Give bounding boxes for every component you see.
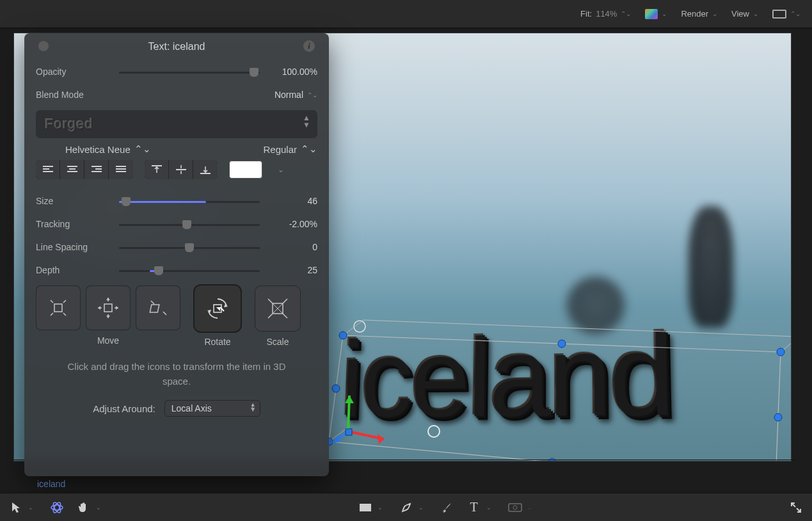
- blend-mode-value[interactable]: Normal: [275, 90, 303, 100]
- chevron-updown-icon: ⌃⌄: [621, 10, 631, 17]
- opacity-slider[interactable]: [119, 65, 260, 78]
- linespacing-slider[interactable]: [119, 241, 260, 253]
- align-center-button[interactable]: [60, 160, 84, 179]
- pan-tool[interactable]: [77, 501, 91, 515]
- 3d-transform-tool[interactable]: [50, 501, 64, 515]
- svg-point-7: [777, 348, 784, 356]
- tool-toolbar: ⌄ ⌄ ⌄ ⌄ T ⌄ ⌄: [0, 493, 812, 521]
- opacity-value[interactable]: 100.00%: [269, 67, 317, 77]
- tracking-value[interactable]: -2.00%: [269, 219, 317, 229]
- font-family-selector[interactable]: Helvetica Neue⌃⌄: [65, 143, 151, 155]
- chevron-down-icon: ⌄: [712, 10, 717, 17]
- valign-bottom-button[interactable]: [193, 160, 218, 179]
- adjust-around-label: Adjust Around:: [93, 403, 155, 414]
- chevron-down-icon[interactable]: ⌄: [486, 504, 491, 511]
- align-left-button[interactable]: [36, 160, 60, 179]
- hud-title-text: Text: iceland: [148, 41, 205, 52]
- svg-point-35: [513, 506, 517, 509]
- fit-value: 114%: [596, 9, 617, 19]
- timeline-clip-label[interactable]: iceland: [37, 479, 65, 489]
- linespacing-value[interactable]: 0: [269, 242, 317, 252]
- tracking-row: Tracking -2.00%: [36, 212, 317, 236]
- svg-marker-0: [329, 335, 781, 461]
- chevron-down-icon[interactable]: ⌄: [278, 165, 284, 174]
- view-menu[interactable]: View ⌄: [731, 9, 758, 19]
- chevron-down-icon[interactable]: ⌄: [418, 504, 424, 511]
- tracking-label: Tracking: [36, 219, 119, 229]
- chevron-updown-icon: ⌃⌄: [301, 143, 317, 155]
- align-justify-button[interactable]: [109, 160, 133, 179]
- move-yz-handle[interactable]: [136, 285, 180, 330]
- stepper-icon[interactable]: ▲▼: [303, 115, 311, 129]
- svg-rect-22: [346, 429, 352, 435]
- select-tool[interactable]: [9, 501, 23, 515]
- color-channels-menu[interactable]: ⌄: [645, 9, 667, 19]
- adjust-around-row: Adjust Around: Local Axis ▲▼: [36, 400, 317, 417]
- svg-point-14: [354, 321, 365, 332]
- text-hud-panel: Text: iceland i Opacity 100.00% Blend Mo…: [24, 33, 329, 476]
- svg-point-6: [558, 340, 566, 348]
- selection-bounding-box[interactable]: [320, 310, 791, 461]
- font-row: Helvetica Neue⌃⌄ Regular⌃⌄: [36, 143, 317, 155]
- chevron-updown-icon: ⌃⌄: [790, 10, 800, 17]
- blend-mode-label: Blend Mode: [36, 90, 119, 100]
- close-icon[interactable]: [38, 41, 49, 51]
- svg-rect-34: [509, 504, 521, 511]
- size-value[interactable]: 46: [269, 196, 317, 206]
- rotate-handle[interactable]: [195, 285, 241, 332]
- text-color-well[interactable]: [229, 161, 262, 179]
- view-layout-menu[interactable]: ⌃⌄: [772, 10, 800, 19]
- tracking-slider[interactable]: [119, 218, 260, 230]
- transform-hint: Click and drag the icons to transform th…: [52, 360, 301, 389]
- font-weight-value: Regular: [263, 144, 297, 155]
- chevron-down-icon[interactable]: ⌄: [527, 504, 532, 511]
- rectangle-tool[interactable]: [358, 501, 372, 515]
- text-preset-selector[interactable]: Forged ▲▼: [36, 110, 317, 138]
- viewport-icon: [772, 10, 786, 19]
- align-right-button[interactable]: [84, 160, 109, 179]
- paint-tool[interactable]: [440, 501, 454, 515]
- pen-tool[interactable]: [399, 501, 413, 515]
- svg-rect-25: [150, 305, 159, 312]
- color-swatch-icon: [645, 9, 658, 19]
- info-icon[interactable]: i: [303, 40, 315, 52]
- fit-zoom-menu[interactable]: Fit: 114% ⌃⌄: [580, 9, 631, 19]
- chevron-down-icon[interactable]: ⌄: [378, 504, 383, 511]
- svg-marker-27: [216, 307, 220, 311]
- depth-slider[interactable]: [119, 264, 260, 277]
- hud-titlebar[interactable]: Text: iceland i: [36, 33, 317, 60]
- mask-tool[interactable]: [508, 501, 522, 515]
- opacity-label: Opacity: [36, 67, 119, 77]
- svg-point-33: [408, 503, 410, 505]
- blend-mode-row: Blend Mode Normal ⌃⌄: [36, 83, 317, 106]
- svg-point-12: [332, 385, 340, 392]
- font-weight-selector[interactable]: Regular⌃⌄: [263, 143, 317, 155]
- linespacing-row: Line Spacing 0: [36, 236, 317, 259]
- valign-top-button[interactable]: [145, 160, 169, 179]
- render-menu[interactable]: Render ⌄: [681, 9, 717, 19]
- chevron-down-icon[interactable]: ⌄: [96, 504, 101, 511]
- svg-rect-32: [360, 504, 371, 511]
- vertical-align-segment: [145, 160, 218, 179]
- move-label: Move: [97, 335, 119, 346]
- fullscreen-toggle[interactable]: [789, 501, 803, 515]
- adjust-around-selector[interactable]: Local Axis ▲▼: [164, 400, 260, 417]
- move-xy-handle[interactable]: [36, 285, 81, 330]
- chevron-updown-icon: ⌃⌄: [307, 92, 317, 99]
- chevron-down-icon: ⌄: [662, 10, 667, 17]
- fit-label: Fit:: [580, 9, 592, 19]
- text-tool[interactable]: T: [467, 501, 481, 515]
- font-family-value: Helvetica Neue: [65, 144, 131, 155]
- chevron-down-icon[interactable]: ⌄: [28, 504, 33, 511]
- valign-middle-button[interactable]: [169, 160, 193, 179]
- linespacing-label: Line Spacing: [36, 242, 119, 252]
- svg-rect-24: [104, 304, 112, 312]
- svg-marker-19: [345, 396, 354, 403]
- depth-value[interactable]: 25: [269, 265, 317, 275]
- scale-handle[interactable]: [255, 285, 301, 332]
- adjust-around-value: Local Axis: [171, 403, 212, 413]
- move-xz-handle[interactable]: [86, 285, 131, 330]
- svg-point-15: [428, 426, 440, 437]
- size-slider[interactable]: [119, 195, 260, 207]
- viewer-toolbar: Fit: 114% ⌃⌄ ⌄ Render ⌄ View ⌄ ⌃⌄: [0, 0, 812, 28]
